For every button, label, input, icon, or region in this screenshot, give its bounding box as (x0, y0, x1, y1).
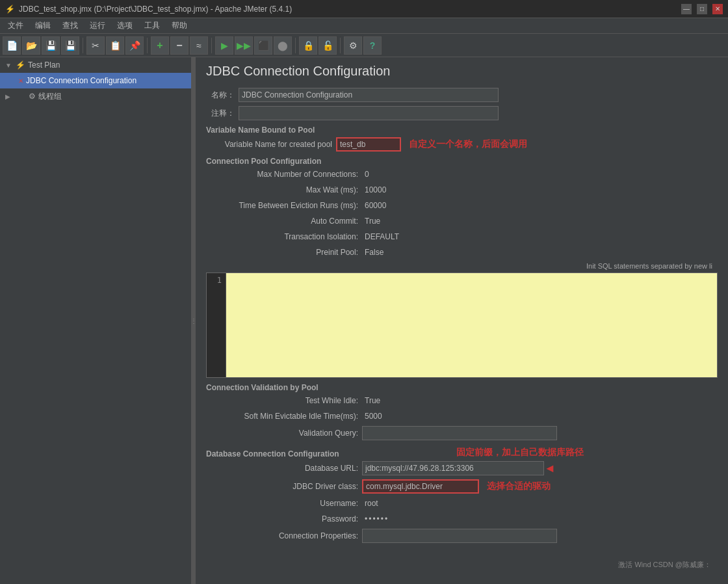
threadgroup-label: 线程组 (38, 91, 62, 102)
max-connections-label: Max Number of Connections: (206, 170, 362, 179)
auto-commit-label: Auto Commit: (206, 217, 362, 226)
max-connections-value: 0 (362, 168, 372, 180)
validation-header: Connection Validation by Pool (206, 383, 718, 392)
validation-query-input[interactable] (362, 426, 557, 440)
toolbar-wave[interactable]: ≈ (190, 36, 208, 55)
sidebar-item-jdbc[interactable]: ✕ JDBC Connection Configuration (0, 73, 191, 88)
jdbc-driver-row: JDBC Driver class: 选择合适的驱动 (206, 479, 718, 494)
toolbar-help[interactable]: ? (363, 36, 382, 55)
menu-edit[interactable]: 编辑 (30, 19, 56, 33)
comment-row: 注释： (206, 106, 718, 120)
max-connections-row: Max Number of Connections: 0 (206, 168, 718, 180)
soft-min-value: 5000 (362, 410, 385, 422)
toolbar-cut[interactable]: ✂ (86, 36, 105, 55)
connection-props-input[interactable] (362, 529, 557, 543)
watermark-line1: 激活 Wind (618, 561, 651, 568)
menu-tools[interactable]: 工具 (139, 19, 165, 33)
menu-file[interactable]: 文件 (3, 19, 29, 33)
toolbar-run[interactable]: ▶ (215, 36, 233, 55)
maximize-button[interactable]: □ (697, 4, 707, 14)
toolbar-new[interactable]: 📄 (3, 36, 21, 55)
toolbar: 📄 📂 💾 💾 ✂ 📋 📌 + − ≈ ▶ ▶▶ ⬛ ⬤ 🔒 🔓 ⚙ ? (0, 34, 728, 57)
menu-bar: 文件 编辑 查找 运行 选项 工具 帮助 (0, 18, 728, 34)
auto-commit-value: True (362, 215, 383, 227)
db-url-label: Database URL: (206, 464, 362, 473)
sidebar-item-threadgroup[interactable]: ▶ ⚙ 线程组 (0, 88, 191, 104)
toolbar-add[interactable]: + (151, 36, 169, 55)
toolbar-open[interactable]: 📂 (22, 36, 40, 55)
variable-name-annotation: 自定义一个名称，后面会调用 (409, 139, 527, 150)
password-value: •••••• (362, 513, 391, 525)
content-area: JDBC Connection Configuration 名称： 注释： Va… (196, 57, 728, 584)
close-button[interactable]: ✕ (712, 4, 723, 14)
name-input[interactable] (239, 88, 499, 102)
preinit-label: Preinit Pool: (206, 248, 362, 257)
db-config-annotation: 固定前缀，加上自己数据库路径 (456, 447, 584, 458)
toolbar-copy[interactable]: 📋 (106, 36, 124, 55)
soft-min-row: Soft Min Evictable Idle Time(ms): 5000 (206, 410, 718, 422)
comment-input[interactable] (239, 106, 499, 120)
toolbar-stop-all[interactable]: ⬤ (274, 36, 292, 55)
expand-threadgroup[interactable]: ▶ (5, 93, 13, 100)
toolbar-sep-3 (211, 38, 212, 53)
toolbar-save[interactable]: 💾 (42, 36, 60, 55)
eviction-value: 60000 (362, 200, 389, 211)
connection-props-label: Connection Properties: (206, 531, 362, 540)
menu-run[interactable]: 运行 (84, 19, 110, 33)
test-while-idle-row: Test While Idle: True (206, 395, 718, 406)
db-url-row: Database URL: ◄ (206, 461, 718, 475)
variable-name-created-input[interactable] (336, 137, 401, 152)
username-row: Username: root (206, 498, 718, 509)
minimize-button[interactable]: — (681, 4, 692, 14)
toolbar-settings[interactable]: ⚙ (344, 36, 362, 55)
menu-help[interactable]: 帮助 (166, 19, 192, 33)
line-numbers: 1 (207, 273, 226, 377)
validation-query-row: Validation Query: (206, 426, 718, 440)
sql-textarea[interactable] (226, 273, 717, 377)
jdbc-driver-input[interactable] (362, 479, 479, 494)
jdbc-driver-label: JDBC Driver class: (206, 482, 362, 491)
toolbar-paste[interactable]: 📌 (125, 36, 144, 55)
db-config-header-row: Database Connection Configuration 固定前缀，加… (206, 444, 718, 461)
transaction-label: Transaction Isolation: (206, 232, 362, 241)
test-while-idle-value: True (362, 395, 383, 406)
toolbar-sep-5 (340, 38, 341, 53)
username-value: root (362, 498, 381, 509)
db-url-input[interactable] (362, 461, 544, 475)
sql-area-wrapper: 1 (206, 272, 718, 378)
expand-testplan[interactable]: ▼ (5, 62, 13, 69)
name-row: 名称： (206, 88, 718, 102)
toolbar-sep-1 (83, 38, 83, 53)
jdbc-icon: ✕ (18, 77, 23, 85)
max-wait-label: Max Wait (ms): (206, 185, 362, 194)
main-layout: ▼ ⚡ Test Plan ✕ JDBC Connection Configur… (0, 57, 728, 584)
comment-label: 注释： (206, 108, 239, 119)
toolbar-minus[interactable]: − (170, 36, 188, 55)
db-url-arrow: ◄ (544, 462, 556, 475)
toolbar-save-as[interactable]: 💾 (61, 36, 79, 55)
threadgroup-icon: ⚙ (29, 92, 36, 101)
watermark-line2: CSDN @陈威廉： (653, 561, 711, 568)
variable-name-bound-header: Variable Name Bound to Pool (206, 126, 718, 135)
db-config-header: Database Connection Configuration (206, 449, 339, 458)
toolbar-run-all[interactable]: ▶▶ (235, 36, 253, 55)
sidebar-item-testplan[interactable]: ▼ ⚡ Test Plan (0, 57, 191, 73)
line-number-1: 1 (211, 276, 222, 285)
jdbc-driver-annotation: 选择合适的驱动 (487, 481, 551, 492)
testplan-icon: ⚡ (16, 60, 25, 70)
menu-find[interactable]: 查找 (57, 19, 83, 33)
toolbar-stop[interactable]: ⬛ (254, 36, 272, 55)
page-title: JDBC Connection Configuration (206, 64, 718, 79)
toolbar-remote[interactable]: 🔒 (299, 36, 317, 55)
password-row: Password: •••••• (206, 513, 718, 525)
password-label: Password: (206, 514, 362, 524)
toolbar-clear[interactable]: 🔓 (318, 36, 337, 55)
menu-options[interactable]: 选项 (112, 19, 138, 33)
init-sql-hint: Init SQL statements separated by new li (206, 262, 718, 270)
preinit-value: False (362, 246, 386, 258)
username-label: Username: (206, 499, 362, 508)
window-controls: — □ ✕ (681, 4, 723, 14)
watermark: 激活 Wind CSDN @陈威廉： (206, 547, 718, 572)
content-inner: JDBC Connection Configuration 名称： 注释： Va… (196, 57, 728, 579)
app-icon: ⚡ (5, 5, 15, 14)
